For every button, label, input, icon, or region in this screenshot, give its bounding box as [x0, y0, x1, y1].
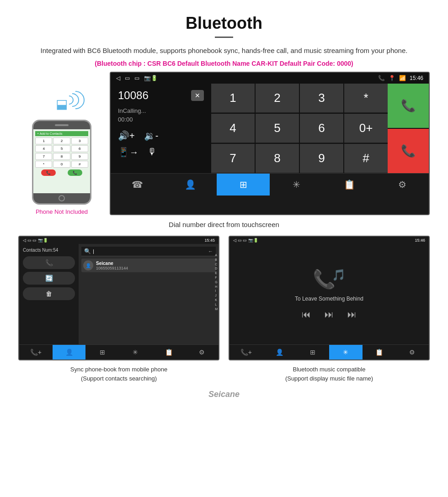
music-nav-dialpad[interactable]: ⊞ — [296, 345, 329, 360]
key-7[interactable]: 7 — [211, 144, 255, 173]
vol-up-btn[interactable]: 🔊+ — [118, 130, 135, 141]
phone-key-2[interactable]: 2 — [53, 137, 70, 144]
music-nav-transfer[interactable]: 📋 — [363, 345, 396, 360]
phone-key-hash[interactable]: # — [71, 161, 88, 168]
contacts-nav-dialpad[interactable]: ⊞ — [85, 345, 119, 360]
music-nav-call[interactable]: 📞+ — [229, 345, 263, 360]
backspace-btn[interactable]: ✕ — [191, 90, 204, 101]
music-nav-settings[interactable]: ⚙ — [395, 345, 429, 360]
music-caption: Bluetooth music compatible (Support disp… — [229, 360, 430, 385]
contacts-num: Contacts Num:54 — [23, 248, 75, 253]
key-star[interactable]: * — [344, 84, 388, 113]
music-nav-contacts[interactable]: 👤 — [263, 345, 296, 360]
wifi-icon-status: 📶 — [399, 75, 406, 81]
music-caption-line2: (Support display music file name) — [285, 375, 373, 382]
main-caption: Dial number direct from touchscreen — [18, 215, 430, 236]
mic-btn[interactable]: 🎙 — [148, 147, 157, 158]
phone-home-button[interactable] — [59, 195, 65, 201]
phone-key-8[interactable]: 8 — [53, 153, 70, 160]
key-2[interactable]: 2 — [256, 84, 299, 113]
delete-action-btn[interactable]: 🗑 — [23, 287, 75, 300]
key-6[interactable]: 6 — [300, 114, 343, 143]
music-screen-content: 📞 🎵 To Leave Something Behind ⏮ ⏭ ⏭ — [229, 244, 429, 344]
phone-key-7[interactable]: 7 — [35, 153, 52, 160]
contacts-caption-line2: (Support contacts searching) — [81, 375, 157, 382]
incalling-label: InCalling... — [118, 107, 204, 114]
vol-down-btn[interactable]: 🔉- — [144, 130, 159, 141]
phone-mockup: + Add to Contacts 1 2 3 4 5 6 7 8 9 * 0 … — [32, 120, 91, 205]
contacts-nav-settings[interactable]: ⚙ — [185, 345, 219, 360]
nav-call-btn[interactable]: ☎ — [111, 174, 164, 196]
dial-main-area: 10086 ✕ InCalling... 00:00 🔊+ 🔉- 📱→ 🎙 1 … — [111, 84, 429, 173]
time-display: 15:46 — [410, 75, 423, 81]
phone-key-9[interactable]: 9 — [71, 153, 88, 160]
misc-controls: 📱→ 🎙 — [118, 147, 204, 158]
music-caption-line1: Bluetooth music compatible — [293, 366, 366, 373]
phone-key-1[interactable]: 1 — [35, 137, 52, 144]
contact-entry[interactable]: 👤 Seicane 10655059113144 — [81, 259, 216, 272]
contacts-car-screen: ◁ ▭ ▭ 📷🔋 15:45 Contacts Num:54 📞 🔄 🗑 🔍 — [18, 236, 219, 360]
call-timer-display: 00:00 — [118, 116, 204, 123]
green-call-button[interactable]: 📞 — [388, 84, 429, 128]
music-status-bar: ◁ ▭ ▭ 📷🔋 15:46 — [229, 237, 429, 244]
nav-contacts-btn[interactable]: 👤 — [164, 174, 217, 196]
prev-track-button[interactable]: ⏮ — [302, 309, 311, 320]
contact-search-input[interactable]: | — [93, 248, 208, 254]
contacts-time: 15:45 — [204, 238, 215, 243]
contacts-caption-line1: Sync phone-book from mobile phone — [70, 366, 167, 373]
phone-key-3[interactable]: 3 — [71, 137, 88, 144]
key-hash[interactable]: # — [344, 144, 388, 173]
phone-call-btn[interactable]: 📞 — [68, 169, 82, 176]
alphabet-list: ABCDEFGHIJKLM — [215, 253, 218, 311]
nav-back: ◁ — [116, 75, 120, 81]
phone-key-6[interactable]: 6 — [71, 145, 88, 152]
contacts-right-panel: 🔍 | ← 👤 Seicane 10655059113144 — [79, 244, 219, 344]
back-arrow-icon: ← — [208, 248, 213, 254]
contacts-nav-transfer[interactable]: 📋 — [152, 345, 186, 360]
contact-info: Seicane 10655059113144 — [96, 261, 128, 270]
key-8[interactable]: 8 — [256, 144, 299, 173]
dial-info-panel: 10086 ✕ InCalling... 00:00 🔊+ 🔉- 📱→ 🎙 — [111, 84, 211, 173]
contacts-nav-call[interactable]: 📞+ — [19, 345, 53, 360]
music-controls: ⏮ ⏭ ⏭ — [302, 309, 357, 320]
key-0plus[interactable]: 0+ — [344, 114, 388, 143]
sync-action-btn[interactable]: 🔄 — [23, 272, 75, 285]
nav-bt-btn[interactable]: ✳ — [270, 174, 323, 196]
music-nav-bluetooth[interactable]: ✳ — [329, 345, 363, 360]
phone-end-btn[interactable]: 📞 — [41, 169, 56, 176]
phone-key-star[interactable]: * — [35, 161, 52, 168]
header-specs: (Bluetooth chip : CSR BC6 Default Blueto… — [18, 60, 430, 67]
rebuilt-status-bar: ◁ ▭ ▭ 📷🔋 📞 📍 📶 15:46 — [111, 73, 429, 84]
red-end-button[interactable]: 📞 — [388, 129, 429, 173]
transfer-btn[interactable]: 📱→ — [118, 147, 139, 158]
nav-recents: ▭ — [134, 75, 139, 81]
call-action-btn[interactable]: 📞 — [23, 256, 75, 269]
contacts-nav-contacts[interactable]: 👤 — [53, 345, 86, 360]
music-back-icon: ◁ ▭ ▭ 📷🔋 — [233, 238, 258, 243]
music-song-title: To Leave Something Behind — [295, 296, 363, 302]
music-time: 15:46 — [415, 238, 425, 243]
music-nav-bar: 📞+ 👤 ⊞ ✳ 📋 ⚙ — [229, 344, 429, 360]
skip-button[interactable]: ⏭ — [347, 309, 357, 320]
key-3[interactable]: 3 — [300, 84, 343, 113]
key-9[interactable]: 9 — [300, 144, 343, 173]
phone-key-5[interactable]: 5 — [53, 145, 70, 152]
nav-transfer-btn[interactable]: 📋 — [323, 174, 376, 196]
contacts-caption: Sync phone-book from mobile phone (Suppo… — [18, 360, 219, 385]
call-buttons-column: 📞 📞 — [388, 84, 429, 173]
page-header: Bluetooth Integrated with BC6 Bluetooth … — [0, 0, 448, 72]
content-area: ⬓ + Add to Contacts 1 2 3 4 5 6 7 — [0, 72, 448, 404]
status-icons: 📷🔋 — [144, 75, 158, 81]
nav-settings-btn[interactable]: ⚙ — [376, 174, 429, 196]
phone-screen: + Add to Contacts 1 2 3 4 5 6 7 8 9 * 0 … — [33, 129, 90, 193]
nav-dialpad-btn[interactable]: ⊞ — [217, 174, 270, 196]
phone-key-4[interactable]: 4 — [35, 145, 52, 152]
main-keypad: 1 2 3 * 4 5 6 0+ 7 8 9 # — [211, 84, 388, 173]
next-track-button[interactable]: ⏭ — [325, 309, 334, 320]
contacts-nav-bluetooth[interactable]: ✳ — [119, 345, 152, 360]
key-1[interactable]: 1 — [211, 84, 255, 113]
phone-key-0[interactable]: 0 — [53, 161, 70, 168]
key-5[interactable]: 5 — [256, 114, 299, 143]
key-4[interactable]: 4 — [211, 114, 255, 143]
bluetooth-waves: ⬓ — [48, 90, 75, 117]
